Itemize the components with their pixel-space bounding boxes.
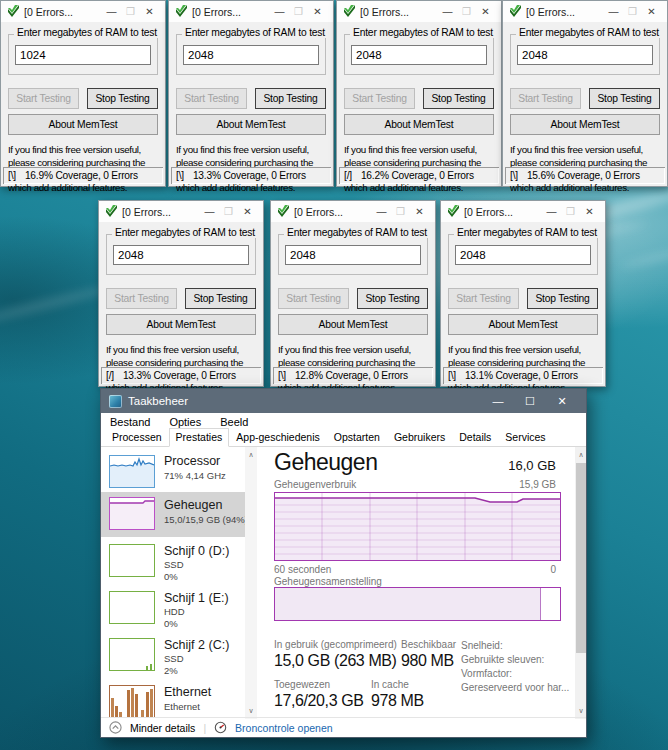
menu-beeld[interactable]: Beeld: [220, 416, 248, 428]
ram-groupbox: Enter megabytes of RAM to test: [344, 34, 494, 75]
about-memtest-button[interactable]: About MemTest: [106, 314, 256, 335]
minimize-icon[interactable]: —: [482, 395, 514, 408]
about-memtest-button[interactable]: About MemTest: [344, 114, 494, 135]
sidebar-item-schijf-1[interactable]: Schijf 1 (E:) HDD 0%: [101, 586, 245, 632]
memtest-app-icon: [509, 5, 522, 18]
stat-label-in-cache: In cache: [371, 679, 409, 690]
taskmanager-footer: Minder details | Broncontrole openen: [101, 717, 586, 737]
close-icon[interactable]: ✕: [308, 6, 327, 17]
start-testing-button[interactable]: Start Testing: [8, 88, 79, 109]
minimize-icon[interactable]: —: [438, 6, 457, 17]
close-icon[interactable]: ✕: [642, 6, 661, 17]
start-testing-button[interactable]: Start Testing: [106, 288, 177, 309]
memtest-spinner: [\]: [278, 370, 286, 381]
memtest-titlebar[interactable]: [0 Errors... — ❐ ✕: [441, 201, 605, 222]
sidebar-item-processor[interactable]: Processor 71% 4,14 GHz: [101, 450, 245, 492]
tab-gebruikers[interactable]: Gebruikers: [387, 428, 452, 447]
stop-testing-button[interactable]: Stop Testing: [589, 88, 660, 109]
stop-testing-button[interactable]: Stop Testing: [357, 288, 428, 309]
memtest-spinner: [/]: [344, 170, 352, 181]
stop-testing-button[interactable]: Stop Testing: [527, 288, 598, 309]
scrollbar-thumb[interactable]: [576, 463, 586, 653]
stop-testing-button[interactable]: Stop Testing: [255, 88, 326, 109]
main-scrollbar[interactable]: ∧ ∨: [575, 447, 586, 719]
tab-details[interactable]: Details: [452, 428, 498, 447]
ram-groupbox-label: Enter megabytes of RAM to test: [14, 27, 160, 38]
memtest-coverage-status: 13.1% Coverage, 0 Errors: [465, 370, 578, 381]
taskmanager-window: Taakbeheer — ☐ ✕ Bestand Opties Beeld Pr…: [100, 388, 587, 738]
about-memtest-button[interactable]: About MemTest: [8, 114, 158, 135]
sidebar-item-schijf-0[interactable]: Schijf 0 (D:) SSD 0%: [101, 539, 245, 585]
memtest-titlebar[interactable]: [0 Errors... — ❐ ✕: [337, 1, 501, 22]
start-testing-button[interactable]: Start Testing: [448, 288, 519, 309]
sidebar-item-geheugen[interactable]: Geheugen 15,0/15,9 GB (94%): [101, 492, 245, 537]
close-icon[interactable]: ✕: [546, 395, 578, 408]
ram-amount-input[interactable]: [183, 45, 319, 65]
minder-details-button[interactable]: Minder details: [130, 722, 195, 734]
minimize-icon[interactable]: —: [604, 6, 623, 17]
sidebar-item-ethernet[interactable]: Ethernet Ethernet: [101, 680, 245, 719]
memory-mini-graph: [109, 497, 155, 530]
maximize-icon: ❐: [623, 6, 642, 17]
ethernet-mini-graph: [109, 685, 155, 718]
menu-opties[interactable]: Opties: [169, 416, 201, 428]
about-memtest-button[interactable]: About MemTest: [176, 114, 326, 135]
memtest-titlebar[interactable]: [0 Errors... — ❐ ✕: [99, 201, 263, 222]
ram-amount-input[interactable]: [113, 245, 249, 265]
ram-amount-input[interactable]: [351, 45, 487, 65]
sidebar-schijf2-usage: 2%: [164, 665, 178, 676]
memtest-titlebar[interactable]: [0 Errors... — ❐ ✕: [169, 1, 333, 22]
scroll-up-icon[interactable]: ∧: [245, 449, 257, 461]
stop-testing-button[interactable]: Stop Testing: [423, 88, 494, 109]
about-memtest-button[interactable]: About MemTest: [510, 114, 660, 135]
memtest-coverage-status: 12.8% Coverage, 0 Errors: [295, 370, 408, 381]
scroll-down-icon[interactable]: ∨: [245, 705, 257, 717]
menu-bestand[interactable]: Bestand: [110, 416, 150, 428]
tab-app-geschiedenis[interactable]: App-geschiedenis: [229, 428, 326, 447]
stop-testing-button[interactable]: Stop Testing: [185, 288, 256, 309]
minimize-icon[interactable]: —: [270, 6, 289, 17]
start-testing-button[interactable]: Start Testing: [344, 88, 415, 109]
minimize-icon[interactable]: —: [542, 206, 561, 217]
minimize-icon[interactable]: —: [372, 206, 391, 217]
ram-amount-input[interactable]: [285, 245, 421, 265]
footer-divider: |: [203, 722, 206, 734]
close-icon[interactable]: ✕: [238, 206, 257, 217]
taskmanager-titlebar[interactable]: Taakbeheer — ☐ ✕: [101, 389, 586, 413]
maximize-icon[interactable]: ☐: [514, 395, 546, 408]
about-memtest-button[interactable]: About MemTest: [448, 314, 598, 335]
memtest-titlebar[interactable]: [0 Errors... — ❐ ✕: [503, 1, 667, 22]
start-testing-button[interactable]: Start Testing: [278, 288, 349, 309]
scroll-up-icon[interactable]: ∧: [575, 449, 586, 461]
minimize-icon[interactable]: —: [102, 6, 121, 17]
close-icon[interactable]: ✕: [476, 6, 495, 17]
sidebar-scrollbar[interactable]: ∧ ∨: [245, 447, 257, 719]
ram-groupbox-label: Enter megabytes of RAM to test: [182, 27, 328, 38]
tab-prestaties[interactable]: Prestaties: [169, 428, 230, 447]
tab-services[interactable]: Services: [498, 428, 552, 447]
memtest-titlebar[interactable]: [0 Errors... — ❐ ✕: [1, 1, 165, 22]
scroll-down-icon[interactable]: ∨: [575, 705, 586, 717]
broncontrole-openen-link[interactable]: Broncontrole openen: [235, 722, 333, 734]
memory-composition-label: Geheugensamenstelling: [274, 576, 382, 587]
stop-testing-button[interactable]: Stop Testing: [87, 88, 158, 109]
close-icon[interactable]: ✕: [140, 6, 159, 17]
start-testing-button[interactable]: Start Testing: [510, 88, 581, 109]
close-icon[interactable]: ✕: [580, 206, 599, 217]
ram-amount-input[interactable]: [455, 245, 591, 265]
memtest-app-icon: [175, 5, 188, 18]
close-icon[interactable]: ✕: [410, 206, 429, 217]
tab-opstarten[interactable]: Opstarten: [327, 428, 387, 447]
tab-processen[interactable]: Processen: [105, 428, 169, 447]
memory-max-label: 15,9 GB: [519, 479, 556, 490]
sidebar-item-schijf-2[interactable]: Schijf 2 (C:) SSD 2%: [101, 633, 245, 679]
minimize-icon[interactable]: —: [200, 206, 219, 217]
about-memtest-button[interactable]: About MemTest: [278, 314, 428, 335]
memtest-app-icon: [105, 205, 118, 218]
start-testing-button[interactable]: Start Testing: [176, 88, 247, 109]
stat-label-vormfactor: Vormfactor:: [461, 668, 512, 679]
ram-amount-input[interactable]: [517, 45, 653, 65]
memtest-window-controls: — ❐ ✕: [372, 206, 429, 217]
ram-amount-input[interactable]: [15, 45, 151, 65]
memtest-titlebar[interactable]: [0 Errors... — ❐ ✕: [271, 201, 435, 222]
